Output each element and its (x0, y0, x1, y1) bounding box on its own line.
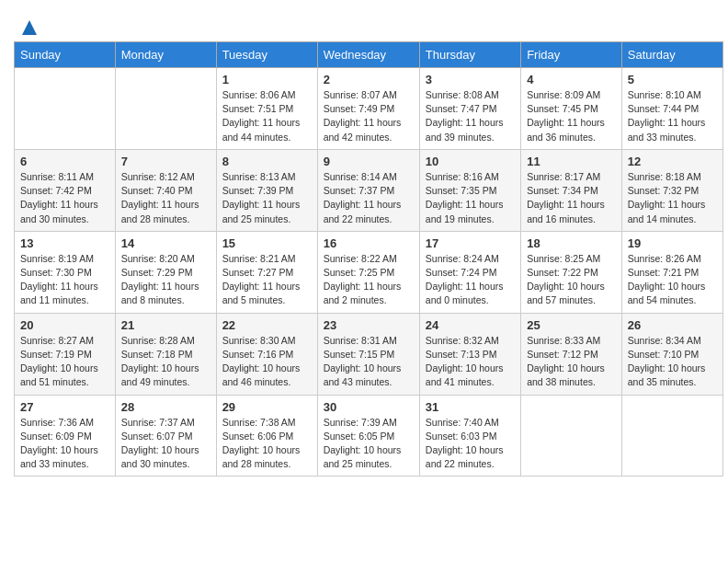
day-number: 15 (222, 236, 312, 250)
day-number: 23 (324, 318, 414, 332)
calendar-day-cell: 19 Sunrise: 8:26 AMSunset: 7:21 PMDaylig… (621, 231, 722, 313)
calendar-week-row: 6 Sunrise: 8:11 AMSunset: 7:42 PMDayligh… (15, 149, 723, 231)
day-number: 5 (628, 73, 717, 86)
day-info: Sunrise: 7:39 AMSunset: 6:05 PMDaylight:… (324, 417, 402, 470)
day-info: Sunrise: 8:34 AMSunset: 7:10 PMDaylight:… (628, 335, 706, 388)
calendar-day-cell: 28 Sunrise: 7:37 AMSunset: 6:07 PMDaylig… (115, 395, 216, 477)
day-info: Sunrise: 7:36 AMSunset: 6:09 PMDaylight:… (20, 417, 98, 470)
calendar-day-cell: 15 Sunrise: 8:21 AMSunset: 7:27 PMDaylig… (216, 231, 317, 313)
calendar-day-cell: 29 Sunrise: 7:38 AMSunset: 6:06 PMDaylig… (216, 395, 317, 477)
calendar-day-cell: 8 Sunrise: 8:13 AMSunset: 7:39 PMDayligh… (216, 149, 317, 231)
calendar-day-cell: 16 Sunrise: 8:22 AMSunset: 7:25 PMDaylig… (317, 231, 419, 313)
day-number: 14 (121, 236, 210, 250)
day-number: 24 (426, 318, 515, 332)
calendar-day-cell: 12 Sunrise: 8:18 AMSunset: 7:32 PMDaylig… (621, 149, 722, 231)
day-number: 17 (426, 236, 515, 250)
weekday-header-cell: Wednesday (317, 42, 419, 68)
day-number: 27 (20, 400, 109, 414)
day-number: 4 (527, 73, 616, 86)
calendar-table: SundayMondayTuesdayWednesdayThursdayFrid… (14, 41, 723, 477)
day-number: 2 (324, 73, 414, 86)
day-info: Sunrise: 8:08 AMSunset: 7:47 PMDaylight:… (426, 89, 504, 143)
day-info: Sunrise: 7:38 AMSunset: 6:06 PMDaylight:… (222, 417, 301, 470)
calendar-body: 1 Sunrise: 8:06 AMSunset: 7:51 PMDayligh… (15, 68, 723, 477)
day-info: Sunrise: 8:07 AMSunset: 7:49 PMDaylight:… (324, 89, 402, 143)
day-number: 28 (121, 400, 210, 414)
calendar-day-cell: 5 Sunrise: 8:10 AMSunset: 7:44 PMDayligh… (621, 68, 722, 150)
logo-icon (20, 18, 39, 37)
calendar-day-cell: 27 Sunrise: 7:36 AMSunset: 6:09 PMDaylig… (15, 395, 116, 477)
day-number: 26 (628, 318, 717, 332)
day-number: 6 (20, 155, 109, 168)
day-number: 16 (324, 236, 414, 250)
calendar-week-row: 13 Sunrise: 8:19 AMSunset: 7:30 PMDaylig… (15, 231, 723, 313)
day-info: Sunrise: 7:40 AMSunset: 6:03 PMDaylight:… (426, 417, 504, 470)
calendar-day-cell: 23 Sunrise: 8:31 AMSunset: 7:15 PMDaylig… (317, 313, 419, 395)
day-info: Sunrise: 8:09 AMSunset: 7:45 PMDaylight:… (527, 89, 605, 143)
weekday-header-cell: Monday (115, 42, 216, 68)
calendar-day-cell: 18 Sunrise: 8:25 AMSunset: 7:22 PMDaylig… (521, 231, 622, 313)
day-info: Sunrise: 8:31 AMSunset: 7:15 PMDaylight:… (324, 335, 402, 388)
day-info: Sunrise: 8:17 AMSunset: 7:34 PMDaylight:… (527, 171, 605, 224)
calendar-day-cell (621, 395, 722, 477)
day-number: 19 (628, 236, 717, 250)
day-number: 29 (222, 400, 312, 414)
day-info: Sunrise: 8:33 AMSunset: 7:12 PMDaylight:… (527, 335, 605, 388)
day-info: Sunrise: 8:24 AMSunset: 7:24 PMDaylight:… (426, 253, 504, 306)
calendar-day-cell: 6 Sunrise: 8:11 AMSunset: 7:42 PMDayligh… (15, 149, 116, 231)
day-number: 7 (121, 155, 210, 168)
calendar-day-cell: 25 Sunrise: 8:33 AMSunset: 7:12 PMDaylig… (521, 313, 622, 395)
day-number: 12 (628, 155, 717, 168)
day-info: Sunrise: 8:28 AMSunset: 7:18 PMDaylight:… (121, 335, 199, 388)
calendar-day-cell (521, 395, 622, 477)
day-info: Sunrise: 8:18 AMSunset: 7:32 PMDaylight:… (628, 171, 706, 224)
day-info: Sunrise: 8:06 AMSunset: 7:51 PMDaylight:… (222, 89, 301, 143)
day-info: Sunrise: 8:13 AMSunset: 7:39 PMDaylight:… (222, 171, 301, 224)
calendar-day-cell: 21 Sunrise: 8:28 AMSunset: 7:18 PMDaylig… (115, 313, 216, 395)
day-number: 18 (527, 236, 616, 250)
calendar-day-cell: 22 Sunrise: 8:30 AMSunset: 7:16 PMDaylig… (216, 313, 317, 395)
day-number: 21 (121, 318, 210, 332)
day-info: Sunrise: 7:37 AMSunset: 6:07 PMDaylight:… (121, 417, 199, 470)
day-number: 8 (222, 155, 312, 168)
calendar-day-cell (115, 68, 216, 150)
day-number: 1 (222, 73, 312, 86)
day-info: Sunrise: 8:26 AMSunset: 7:21 PMDaylight:… (628, 253, 706, 306)
svg-marker-0 (22, 20, 37, 35)
page-header (9, 9, 719, 41)
day-number: 25 (527, 318, 616, 332)
calendar-day-cell: 20 Sunrise: 8:27 AMSunset: 7:19 PMDaylig… (15, 313, 116, 395)
day-number: 30 (324, 400, 414, 414)
day-info: Sunrise: 8:25 AMSunset: 7:22 PMDaylight:… (527, 253, 605, 306)
day-number: 3 (426, 73, 515, 86)
day-number: 22 (222, 318, 312, 332)
calendar-day-cell: 31 Sunrise: 7:40 AMSunset: 6:03 PMDaylig… (419, 395, 520, 477)
weekday-header-cell: Saturday (621, 42, 722, 68)
day-info: Sunrise: 8:14 AMSunset: 7:37 PMDaylight:… (324, 171, 402, 224)
calendar-day-cell: 14 Sunrise: 8:20 AMSunset: 7:29 PMDaylig… (115, 231, 216, 313)
day-info: Sunrise: 8:32 AMSunset: 7:13 PMDaylight:… (426, 335, 504, 388)
calendar-day-cell: 9 Sunrise: 8:14 AMSunset: 7:37 PMDayligh… (317, 149, 419, 231)
calendar-week-row: 1 Sunrise: 8:06 AMSunset: 7:51 PMDayligh… (15, 68, 723, 150)
day-info: Sunrise: 8:20 AMSunset: 7:29 PMDaylight:… (121, 253, 199, 306)
weekday-header-cell: Sunday (15, 42, 116, 68)
calendar-week-row: 20 Sunrise: 8:27 AMSunset: 7:19 PMDaylig… (15, 313, 723, 395)
day-number: 9 (324, 155, 414, 168)
calendar-day-cell: 17 Sunrise: 8:24 AMSunset: 7:24 PMDaylig… (419, 231, 520, 313)
calendar-day-cell: 30 Sunrise: 7:39 AMSunset: 6:05 PMDaylig… (317, 395, 419, 477)
day-number: 31 (426, 400, 515, 414)
weekday-header-row: SundayMondayTuesdayWednesdayThursdayFrid… (15, 42, 723, 68)
weekday-header-cell: Friday (521, 42, 622, 68)
weekday-header-cell: Tuesday (216, 42, 317, 68)
calendar-day-cell: 13 Sunrise: 8:19 AMSunset: 7:30 PMDaylig… (15, 231, 116, 313)
day-number: 10 (426, 155, 515, 168)
day-info: Sunrise: 8:22 AMSunset: 7:25 PMDaylight:… (324, 253, 402, 306)
day-info: Sunrise: 8:12 AMSunset: 7:40 PMDaylight:… (121, 171, 199, 224)
calendar-day-cell (15, 68, 116, 150)
calendar-day-cell: 11 Sunrise: 8:17 AMSunset: 7:34 PMDaylig… (521, 149, 622, 231)
day-number: 20 (20, 318, 109, 332)
day-info: Sunrise: 8:19 AMSunset: 7:30 PMDaylight:… (20, 253, 98, 306)
calendar-day-cell: 2 Sunrise: 8:07 AMSunset: 7:49 PMDayligh… (317, 68, 419, 150)
calendar-week-row: 27 Sunrise: 7:36 AMSunset: 6:09 PMDaylig… (15, 395, 723, 477)
calendar-day-cell: 24 Sunrise: 8:32 AMSunset: 7:13 PMDaylig… (419, 313, 520, 395)
